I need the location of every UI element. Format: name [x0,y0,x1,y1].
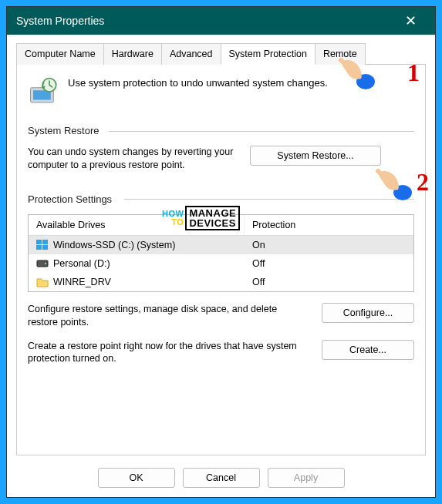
system-restore-icon [28,76,60,108]
cancel-button[interactable]: Cancel [183,468,260,488]
configure-row: Configure restore settings, manage disk … [28,303,414,329]
drives-table: Available Drives Protection Windows-SSD … [28,214,414,292]
group-system-restore: System Restore [28,125,414,136]
hdd-icon [36,258,49,269]
system-restore-button[interactable]: System Restore... [250,146,381,166]
create-description: Create a restore point right now for the… [28,340,308,366]
tab-hardware[interactable]: Hardware [103,43,162,65]
drive-name: Windows-SSD (C:) (System) [53,240,175,250]
tab-body: Use system protection to undo unwanted s… [16,65,426,455]
window-title: System Properties [16,15,395,27]
intro-text: Use system protection to undo unwanted s… [68,76,328,89]
drive-protection: Off [245,257,413,270]
windows-drive-icon [36,240,49,250]
apply-button[interactable]: Apply [268,468,345,488]
col-available-drives: Available Drives [29,215,245,235]
restore-description: You can undo system changes by reverting… [28,146,236,172]
intro-row: Use system protection to undo unwanted s… [28,76,414,108]
tab-advanced[interactable]: Advanced [161,43,221,65]
drive-protection: On [245,238,413,252]
table-header: Available Drives Protection [29,215,413,236]
close-button[interactable]: ✕ [395,12,426,29]
create-row: Create a restore point right now for the… [28,340,414,366]
dialog-footer: OK Cancel Apply [16,460,426,491]
drive-name: WINRE_DRV [53,277,111,287]
table-row[interactable]: Personal (D:) Off [29,254,413,273]
col-protection: Protection [245,215,413,235]
tab-computer-name[interactable]: Computer Name [16,43,104,65]
restore-row: You can undo system changes by reverting… [28,146,414,172]
svg-rect-7 [42,245,48,250]
svg-rect-5 [42,240,48,244]
system-properties-window: System Properties ✕ Computer Name Hardwa… [6,6,436,498]
table-row[interactable]: Windows-SSD (C:) (System) On [29,236,413,254]
ok-button[interactable]: OK [98,468,175,488]
drive-protection: Off [245,275,413,289]
create-button[interactable]: Create... [322,340,414,360]
svg-point-9 [45,263,46,264]
content-area: Computer Name Hardware Advanced System P… [7,35,435,497]
folder-icon [36,277,49,287]
tab-remote[interactable]: Remote [315,43,366,65]
svg-rect-6 [36,245,42,250]
table-row[interactable]: WINRE_DRV Off [29,273,413,291]
svg-rect-4 [36,240,42,244]
configure-description: Configure restore settings, manage disk … [28,303,308,329]
titlebar: System Properties ✕ [7,7,435,35]
configure-button[interactable]: Configure... [322,303,414,323]
drive-name: Personal (D:) [53,258,110,269]
tab-system-protection[interactable]: System Protection [221,43,315,65]
tab-strip: Computer Name Hardware Advanced System P… [16,42,426,65]
group-protection-settings: Protection Settings [28,193,414,205]
